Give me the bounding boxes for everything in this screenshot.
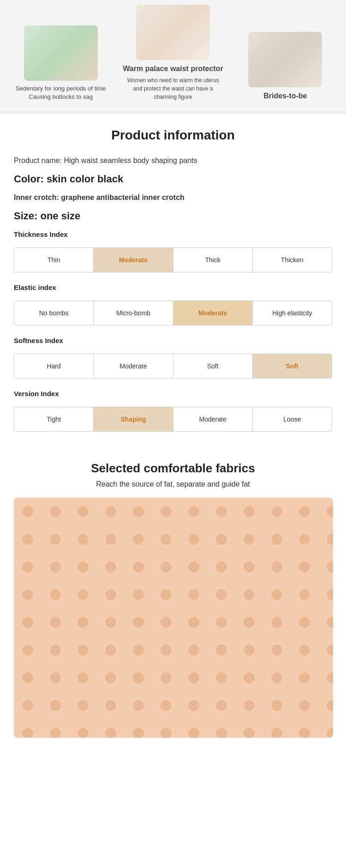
- crotch-label: Inner crotch: graphene antibacterial inn…: [14, 193, 185, 201]
- version-tight: Tight: [14, 407, 94, 431]
- elastic-scale: No bombs Micro-bomb Moderate High elasti…: [14, 301, 332, 325]
- top-image-middle: [136, 5, 210, 60]
- fabrics-section: Selected comfortable fabrics Reach the s…: [0, 452, 346, 742]
- version-moderate: Moderate: [173, 407, 253, 431]
- fabrics-subtitle: Reach the source of fat, separate and gu…: [14, 480, 332, 488]
- top-image-right: [248, 32, 322, 87]
- elastic-high: High elasticity: [253, 301, 332, 325]
- softness-index-block: Softness Index Hard Moderate Soft Soft: [14, 337, 332, 379]
- info-row-color: Color: skin color black: [14, 173, 332, 185]
- version-index-block: Version Index Tight Shaping Moderate Loo…: [14, 390, 332, 432]
- fabrics-title: Selected comfortable fabrics: [14, 461, 332, 476]
- softness-hard: Hard: [14, 354, 94, 378]
- version-index-label: Version Index: [14, 390, 332, 398]
- elastic-index-box: No bombs Micro-bomb Moderate High elasti…: [14, 301, 332, 326]
- top-label-right-1: Brides-to-be: [263, 91, 307, 101]
- thickness-moderate: Moderate: [94, 248, 173, 272]
- thickness-index-box: Thin Moderate Thick Thicken: [14, 247, 332, 272]
- top-image-left: [24, 25, 98, 81]
- softness-moderate: Moderate: [94, 354, 173, 378]
- top-images: Sedentary for long periods of time Causi…: [0, 5, 346, 101]
- top-label-left-2: Causing buttocks to sag: [29, 93, 93, 101]
- softness-scale: Hard Moderate Soft Soft: [14, 354, 332, 378]
- thickness-thicken: Thicken: [253, 248, 332, 272]
- top-section: Sedentary for long periods of time Causi…: [0, 0, 346, 110]
- product-info-section: Product information Product name: High w…: [0, 110, 346, 452]
- info-row-crotch: Inner crotch: graphene antibacterial inn…: [14, 193, 332, 202]
- fabric-image: [14, 498, 333, 738]
- thickness-thin: Thin: [14, 248, 94, 272]
- elastic-no-bombs: No bombs: [14, 301, 94, 325]
- thickness-index-block: Thickness Index Thin Moderate Thick Thic…: [14, 230, 332, 272]
- elastic-moderate: Moderate: [173, 301, 253, 325]
- elastic-index-block: Elastic index No bombs Micro-bomb Modera…: [14, 283, 332, 326]
- version-shaping: Shaping: [94, 407, 173, 431]
- elastic-index-label: Elastic index: [14, 283, 332, 291]
- top-image-item-middle: Warm palace waist protector Women who ne…: [122, 5, 224, 101]
- fabric-pattern: [14, 498, 333, 738]
- thickness-scale: Thin Moderate Thick Thicken: [14, 248, 332, 272]
- top-image-item-right: Brides-to-be: [234, 32, 336, 101]
- color-label: Color: skin color black: [14, 173, 123, 185]
- top-label-left-1: Sedentary for long periods of time: [16, 84, 106, 93]
- softness-soft: Soft: [173, 354, 253, 378]
- thickness-thick: Thick: [173, 248, 253, 272]
- softness-soft-highlighted: Soft: [253, 354, 332, 378]
- version-scale: Tight Shaping Moderate Loose: [14, 407, 332, 431]
- size-label: Size: one size: [14, 210, 80, 222]
- elastic-micro-bomb: Micro-bomb: [94, 301, 173, 325]
- top-image-item-left: Sedentary for long periods of time Causi…: [10, 25, 112, 101]
- info-row-size: Size: one size: [14, 210, 332, 222]
- thickness-index-label: Thickness Index: [14, 230, 332, 238]
- softness-index-label: Softness Index: [14, 337, 332, 344]
- info-row-product-name: Product name: High waist seamless body s…: [14, 157, 332, 165]
- section-title: Product information: [14, 128, 332, 143]
- version-loose: Loose: [253, 407, 332, 431]
- top-label-middle-1: Warm palace waist protector: [123, 64, 223, 74]
- softness-index-box: Hard Moderate Soft Soft: [14, 354, 332, 379]
- version-index-box: Tight Shaping Moderate Loose: [14, 407, 332, 432]
- top-label-middle-2: Women who need to warm the uterus and pr…: [122, 74, 224, 101]
- product-name-label: Product name: High waist seamless body s…: [14, 157, 197, 164]
